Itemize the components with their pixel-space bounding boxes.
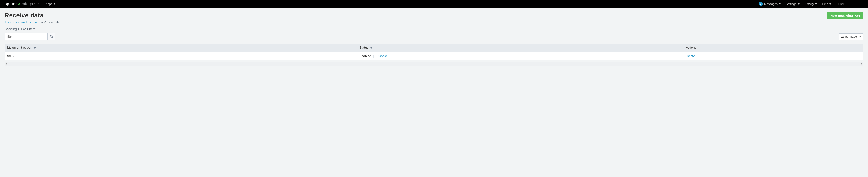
settings-menu[interactable]: Settings [786,2,800,6]
top-nav: splunk > enterprise Apps 2 Messages Sett… [0,0,868,8]
col-status[interactable]: Status [357,43,683,52]
topnav-right: 2 Messages Settings Activity Help [759,1,864,7]
breadcrumb-link[interactable]: Forwarding and receiving [4,21,40,24]
col-status-label: Status [360,46,369,49]
table-header-row: Listen on this port Status Actions [4,43,864,52]
filter-search-button[interactable] [48,33,55,40]
help-label: Help [822,2,828,6]
activity-menu[interactable]: Activity [805,2,817,6]
svg-line-3 [52,37,53,38]
disable-link[interactable]: Disable [376,54,387,58]
topnav-left: Apps [45,2,56,6]
sort-icon [34,47,36,49]
separator: | [373,54,374,58]
brand-logo[interactable]: splunk > enterprise [4,2,39,6]
caret-down-icon [815,3,817,4]
messages-label: Messages [764,2,777,6]
filter-input[interactable] [4,33,48,40]
apps-label: Apps [45,2,52,6]
find-input[interactable] [838,2,868,6]
table-row: 9997 Enabled | Disable Delete [4,52,864,60]
filter-wrap [4,33,55,40]
cell-status: Enabled | Disable [357,52,683,60]
caret-down-icon [859,36,861,37]
svg-point-2 [50,35,52,37]
per-page-label: 25 per page [841,35,857,38]
col-port[interactable]: Listen on this port [4,43,357,52]
breadcrumb: Forwarding and receiving » Receive data [4,21,62,24]
apps-menu[interactable]: Apps [45,2,56,6]
per-page-dropdown[interactable]: 25 per page [839,33,864,40]
page-body: Receive data Forwarding and receiving » … [0,8,868,70]
brand-text-2: enterprise [21,2,39,6]
scroll-left-icon[interactable] [6,63,7,65]
brand-text-1: splunk [4,2,18,6]
page-title: Receive data [4,12,62,19]
caret-down-icon [830,3,831,4]
find-box[interactable] [836,1,864,7]
settings-label: Settings [786,2,796,6]
data-table: Listen on this port Status Actions 9997 … [4,43,864,60]
sort-icon [370,47,372,49]
page-header: Receive data Forwarding and receiving » … [4,12,864,24]
breadcrumb-current: Receive data [44,21,62,24]
new-receiving-port-button[interactable]: New Receiving Port [827,12,864,20]
caret-down-icon [779,3,781,4]
messages-menu[interactable]: 2 Messages [759,2,781,6]
cell-actions: Delete [683,52,864,60]
horizontal-scrollbar[interactable] [4,62,864,66]
col-actions: Actions [683,43,864,52]
status-text: Enabled [360,54,371,58]
caret-down-icon [798,3,800,4]
caret-down-icon [54,3,55,4]
delete-link[interactable]: Delete [686,54,695,58]
help-menu[interactable]: Help [822,2,831,6]
cell-port: 9997 [4,52,357,60]
activity-label: Activity [805,2,814,6]
messages-badge: 2 [759,2,763,6]
col-actions-label: Actions [686,46,696,49]
search-icon [50,35,53,38]
col-port-label: Listen on this port [7,46,32,49]
breadcrumb-sep: » [40,21,44,24]
page-header-left: Receive data Forwarding and receiving » … [4,12,62,24]
showing-text: Showing 1-1 of 1 item [4,27,864,31]
scroll-right-icon[interactable] [861,63,862,65]
brand-chevron: > [18,2,21,6]
toolbar: 25 per page [4,33,864,40]
